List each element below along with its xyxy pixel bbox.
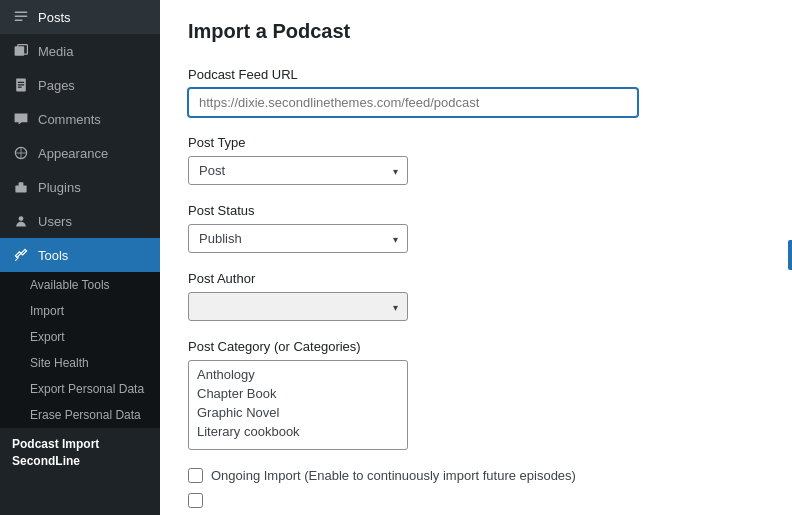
svg-point-12 — [19, 216, 24, 221]
second-checkbox-row — [188, 493, 764, 508]
sidebar-item-label: Appearance — [38, 146, 108, 161]
sidebar-item-users[interactable]: Users — [0, 204, 160, 238]
comments-icon — [12, 110, 30, 128]
sidebar-item-label: Comments — [38, 112, 101, 127]
category-graphic-novel: Graphic Novel — [189, 403, 407, 422]
feed-url-label: Podcast Feed URL — [188, 67, 764, 82]
svg-rect-0 — [15, 11, 28, 13]
svg-rect-8 — [18, 87, 22, 88]
submenu-export[interactable]: Export — [0, 324, 160, 350]
svg-rect-7 — [18, 84, 24, 85]
sidebar-item-appearance[interactable]: Appearance — [0, 136, 160, 170]
submenu-site-health[interactable]: Site Health — [0, 350, 160, 376]
sidebar-item-label: Pages — [38, 78, 75, 93]
svg-rect-11 — [19, 182, 24, 187]
svg-rect-6 — [18, 82, 24, 83]
svg-rect-1 — [15, 15, 28, 17]
post-status-label: Post Status — [188, 203, 764, 218]
sidebar-item-label: Posts — [38, 10, 71, 25]
sidebar-item-label: Users — [38, 214, 72, 229]
post-type-group: Post Type Post Page Custom ▾ — [188, 135, 764, 185]
sidebar-item-label: Media — [38, 44, 73, 59]
category-literary-cookbook: Literary cookbook — [189, 422, 407, 441]
sidebar-item-pages[interactable]: Pages — [0, 68, 160, 102]
second-checkbox[interactable] — [188, 493, 203, 508]
post-category-group: Post Category (or Categories) Anthology … — [188, 339, 764, 450]
post-author-select[interactable] — [188, 292, 408, 321]
sidebar-item-plugins[interactable]: Plugins — [0, 170, 160, 204]
podcast-import-plugin[interactable]: Podcast ImportSecondLine — [0, 428, 160, 478]
page-title: Import a Podcast — [188, 20, 764, 43]
post-status-group: Post Status Publish Draft Private ▾ — [188, 203, 764, 253]
post-type-select[interactable]: Post Page Custom — [188, 156, 408, 185]
submenu-available-tools[interactable]: Available Tools — [0, 272, 160, 298]
tools-submenu: Available Tools Import Export Site Healt… — [0, 272, 160, 428]
media-icon — [12, 42, 30, 60]
pages-icon — [12, 76, 30, 94]
svg-rect-2 — [15, 19, 23, 21]
feed-url-input[interactable] — [188, 88, 638, 117]
ongoing-import-row: Ongoing Import (Enable to continuously i… — [188, 468, 764, 483]
ongoing-import-label: Ongoing Import (Enable to continuously i… — [211, 468, 576, 483]
appearance-icon — [12, 144, 30, 162]
sidebar: Posts Media Pages Comments Appearance Pl… — [0, 0, 160, 515]
plugins-icon — [12, 178, 30, 196]
users-icon — [12, 212, 30, 230]
submenu-erase-personal[interactable]: Erase Personal Data — [0, 402, 160, 428]
ongoing-import-checkbox[interactable] — [188, 468, 203, 483]
sidebar-item-posts[interactable]: Posts — [0, 0, 160, 34]
posts-icon — [12, 8, 30, 26]
sidebar-item-tools[interactable]: Tools — [0, 238, 160, 272]
post-author-label: Post Author — [188, 271, 764, 286]
post-category-listbox[interactable]: Anthology Chapter Book Graphic Novel Lit… — [188, 360, 408, 450]
post-category-label: Post Category (or Categories) — [188, 339, 764, 354]
sidebar-item-comments[interactable]: Comments — [0, 102, 160, 136]
submenu-export-personal[interactable]: Export Personal Data — [0, 376, 160, 402]
post-author-group: Post Author ▾ — [188, 271, 764, 321]
post-author-wrapper: ▾ — [188, 292, 408, 321]
post-type-label: Post Type — [188, 135, 764, 150]
category-anthology: Anthology — [189, 365, 407, 384]
sidebar-item-label: Plugins — [38, 180, 81, 195]
submenu-import[interactable]: Import — [0, 298, 160, 324]
tools-icon — [12, 246, 30, 264]
category-chapter-book: Chapter Book — [189, 384, 407, 403]
sidebar-item-media[interactable]: Media — [0, 34, 160, 68]
post-status-wrapper: Publish Draft Private ▾ — [188, 224, 408, 253]
main-content: Import a Podcast Podcast Feed URL Post T… — [160, 0, 792, 515]
post-status-select[interactable]: Publish Draft Private — [188, 224, 408, 253]
post-type-wrapper: Post Page Custom ▾ — [188, 156, 408, 185]
sidebar-item-label: Tools — [38, 248, 68, 263]
feed-url-group: Podcast Feed URL — [188, 67, 764, 117]
